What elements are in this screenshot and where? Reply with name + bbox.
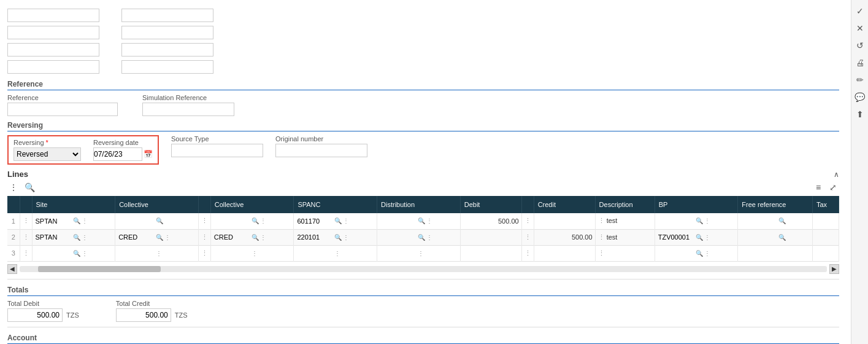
sidebar-print-icon[interactable]: 🖨 bbox=[854, 57, 866, 69]
row3-bp-input[interactable] bbox=[658, 248, 694, 259]
row3-freeref-input[interactable] bbox=[740, 248, 777, 259]
row1-site-menu[interactable]: ⋮ bbox=[82, 217, 88, 224]
row1-site-input[interactable] bbox=[35, 216, 72, 227]
row3-spanc-input[interactable] bbox=[296, 248, 333, 259]
row1-collective2[interactable]: 🔍 ⋮ bbox=[210, 213, 294, 229]
row1-bp[interactable]: 🔍 ⋮ bbox=[655, 213, 738, 229]
row3-site-menu[interactable]: ⋮ bbox=[82, 250, 88, 257]
row3-coll1-input[interactable] bbox=[118, 248, 155, 259]
row3-site-search[interactable]: 🔍 bbox=[73, 250, 80, 257]
row1-dist-input[interactable] bbox=[380, 216, 417, 227]
sidebar-upload-icon[interactable]: ⬆ bbox=[854, 108, 866, 120]
row1-spanc[interactable]: 🔍 ⋮ bbox=[294, 213, 377, 229]
total-credit-input[interactable] bbox=[116, 308, 171, 322]
row3-dist-input[interactable] bbox=[380, 248, 417, 259]
row3-freeref[interactable] bbox=[738, 245, 813, 261]
row-dots-1[interactable]: ⋮ bbox=[20, 213, 32, 229]
sidebar-comment-icon[interactable]: 💬 bbox=[854, 91, 866, 103]
row2-freeref-input[interactable] bbox=[740, 232, 777, 243]
row2-coll1-input[interactable] bbox=[118, 232, 155, 243]
row3-site[interactable]: 🔍 ⋮ bbox=[32, 245, 115, 261]
row3-distribution[interactable]: ⋮ bbox=[377, 245, 461, 261]
row1-coll2-menu[interactable]: ⋮ bbox=[260, 217, 266, 224]
row3-collective1[interactable]: ⋮ bbox=[115, 245, 199, 261]
scroll-right-arrow[interactable]: ▶ bbox=[829, 264, 839, 274]
row1-collective1[interactable]: 🔍 bbox=[115, 213, 199, 229]
row1-freeref[interactable]: 🔍 bbox=[738, 213, 813, 229]
row2-bp-search[interactable]: 🔍 bbox=[696, 234, 703, 241]
row2-collective2[interactable]: 🔍 ⋮ bbox=[210, 229, 294, 245]
source-type-input[interactable] bbox=[171, 144, 263, 157]
row3-bp-search[interactable]: 🔍 bbox=[696, 250, 703, 257]
row2-dist-search[interactable]: 🔍 bbox=[418, 234, 425, 241]
row2-site-menu[interactable]: ⋮ bbox=[82, 234, 88, 241]
drag-handle-icon[interactable]: ⋮ bbox=[7, 181, 20, 194]
scroll-thumb[interactable] bbox=[38, 266, 161, 272]
row3-spanc-menu[interactable]: ⋮ bbox=[334, 250, 340, 257]
row2-bp[interactable]: 🔍 ⋮ bbox=[655, 229, 738, 245]
row1-bp-menu[interactable]: ⋮ bbox=[704, 217, 710, 224]
row1-site-search[interactable]: 🔍 bbox=[73, 217, 80, 224]
row2-dist-input[interactable] bbox=[380, 232, 417, 243]
row1-site[interactable]: 🔍 ⋮ bbox=[32, 213, 115, 229]
row1-debit-dots[interactable]: ⋮ bbox=[521, 213, 534, 229]
row3-bp[interactable]: 🔍 ⋮ bbox=[655, 245, 738, 261]
sidebar-refresh-icon[interactable]: ↺ bbox=[854, 39, 866, 52]
top-field-2[interactable] bbox=[121, 9, 213, 22]
row2-coll2-input[interactable] bbox=[213, 232, 250, 243]
row1-desc-dots[interactable]: ⋮ bbox=[598, 217, 605, 224]
top-field-1[interactable] bbox=[7, 9, 99, 22]
row3-coll2-menu[interactable]: ⋮ bbox=[252, 250, 258, 257]
filter-icon[interactable]: ≡ bbox=[812, 181, 824, 194]
row2-debit-dots[interactable]: ⋮ bbox=[521, 229, 534, 245]
row2-coll2-menu[interactable]: ⋮ bbox=[260, 234, 266, 241]
row2-dots2[interactable]: ⋮ bbox=[198, 229, 210, 245]
row3-collective2[interactable]: ⋮ bbox=[210, 245, 294, 261]
collapse-lines-icon[interactable]: ∧ bbox=[834, 170, 839, 179]
top-field-7[interactable] bbox=[7, 60, 99, 74]
row1-coll2-search[interactable]: 🔍 bbox=[252, 217, 259, 224]
row2-distribution[interactable]: 🔍 ⋮ bbox=[377, 229, 461, 245]
reversing-date-input[interactable] bbox=[93, 147, 142, 161]
row2-site-search[interactable]: 🔍 bbox=[73, 234, 80, 241]
row1-spanc-input[interactable] bbox=[296, 216, 333, 227]
expand-icon[interactable]: ⤢ bbox=[827, 181, 839, 194]
top-field-8[interactable] bbox=[121, 60, 213, 74]
top-field-3[interactable] bbox=[7, 26, 99, 39]
row1-dist-menu[interactable]: ⋮ bbox=[426, 217, 432, 224]
scroll-left-arrow[interactable]: ◀ bbox=[7, 264, 17, 274]
row1-bp-search[interactable]: 🔍 bbox=[696, 217, 703, 224]
row2-spanc-search[interactable]: 🔍 bbox=[334, 234, 342, 241]
row3-debit-dots[interactable]: ⋮ bbox=[521, 245, 534, 261]
row3-dots[interactable]: ⋮ bbox=[20, 245, 32, 261]
row2-site-input[interactable] bbox=[35, 232, 72, 243]
row1-dist-search[interactable]: 🔍 bbox=[418, 217, 425, 224]
original-number-input[interactable] bbox=[275, 144, 367, 157]
row2-spanc-input[interactable] bbox=[296, 232, 333, 243]
row1-coll2-input[interactable] bbox=[213, 216, 250, 227]
horizontal-scrollbar[interactable]: ◀ ▶ bbox=[7, 264, 839, 274]
top-field-4[interactable] bbox=[121, 26, 213, 39]
row3-dots2[interactable]: ⋮ bbox=[198, 245, 210, 261]
row3-site-input[interactable] bbox=[35, 248, 72, 259]
row1-freeref-search[interactable]: 🔍 bbox=[778, 217, 786, 224]
row2-freeref-search[interactable]: 🔍 bbox=[778, 234, 786, 241]
row3-bp-menu[interactable]: ⋮ bbox=[704, 250, 710, 257]
search-lines-icon[interactable]: 🔍 bbox=[23, 181, 36, 194]
top-field-6[interactable] bbox=[121, 43, 213, 57]
row2-freeref[interactable]: 🔍 bbox=[738, 229, 813, 245]
row2-spanc[interactable]: 🔍 ⋮ bbox=[294, 229, 377, 245]
row2-bp-input[interactable] bbox=[658, 232, 694, 243]
simulation-reference-input[interactable] bbox=[142, 103, 234, 116]
row1-distribution[interactable]: 🔍 ⋮ bbox=[377, 213, 461, 229]
row3-coll2-input[interactable] bbox=[213, 248, 250, 259]
row1-spanc-search[interactable]: 🔍 bbox=[334, 217, 342, 224]
row3-coll1-menu[interactable]: ⋮ bbox=[156, 250, 162, 257]
calendar-icon[interactable]: 📅 bbox=[144, 150, 153, 158]
row2-site[interactable]: 🔍 ⋮ bbox=[32, 229, 115, 245]
reference-input[interactable] bbox=[7, 103, 118, 116]
top-field-5[interactable] bbox=[7, 43, 99, 57]
sidebar-check-icon[interactable]: ✓ bbox=[854, 5, 866, 17]
row3-desc-dots[interactable]: ⋮ bbox=[598, 249, 605, 257]
row3-spanc[interactable]: ⋮ bbox=[294, 245, 377, 261]
